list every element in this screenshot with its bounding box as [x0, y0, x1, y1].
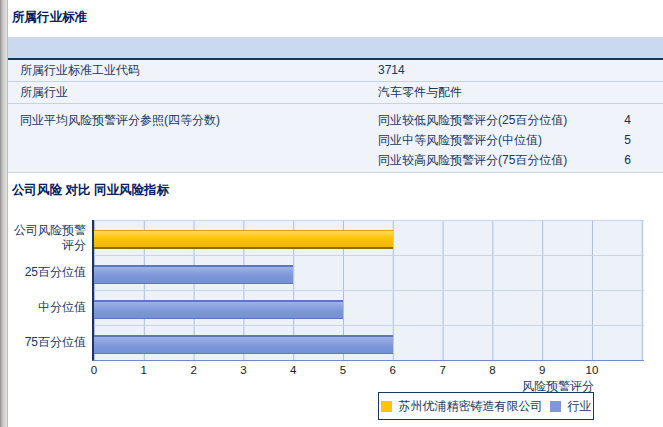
peer-score-item: 同业较低风险预警评分(25百分位值) 4: [378, 110, 631, 130]
row-value: 汽车零件与配件: [378, 82, 663, 103]
table-row-peer-scores: 同业平均风险预警评分参照(四等分数) 同业较低风险预警评分(25百分位值) 4 …: [8, 104, 663, 173]
peer-score-label: 同业中等风险预警评分(中位值): [378, 132, 542, 149]
x-axis-tick-label: 10: [580, 364, 604, 376]
peer-score-value: 6: [624, 153, 631, 167]
bar-chart: 风险预警评分 苏州优浦精密铸造有限公司 行业 公司风险预警评分25百分位值中分位…: [8, 212, 663, 427]
x-axis-tick-label: 8: [480, 364, 504, 376]
table-row: 所属行业 汽车零件与配件: [8, 82, 663, 104]
industry-standards-table: 所属行业标准工业代码 3714 所属行业 汽车零件与配件 同业平均风险预警评分参…: [8, 37, 663, 173]
table-header-band: [8, 37, 663, 60]
report-panel: 所属行业标准 所属行业标准工业代码 3714 所属行业 汽车零件与配件 同业平均…: [8, 0, 663, 197]
row-label: 所属行业: [8, 82, 378, 103]
chart-legend: 苏州优浦精密铸造有限公司 行业: [378, 392, 594, 420]
bar-industry: [94, 335, 393, 354]
x-axis-tick-label: 3: [231, 364, 255, 376]
x-axis-tick-label: 5: [331, 364, 355, 376]
x-axis-tick-label: 2: [182, 364, 206, 376]
peer-score-list: 同业较低风险预警评分(25百分位值) 4 同业中等风险预警评分(中位值) 5 同…: [378, 110, 663, 170]
legend-swatch-company: [381, 401, 392, 412]
y-axis-category-label: 中分位值: [8, 290, 86, 325]
peer-score-value: 5: [624, 133, 631, 147]
legend-swatch-industry: [550, 401, 561, 412]
row-label: 同业平均风险预警评分参照(四等分数): [8, 110, 378, 130]
industry-section-title: 所属行业标准: [8, 0, 663, 24]
x-axis-tick-label: 0: [82, 364, 106, 376]
y-axis-category-label: 75百分位值: [8, 325, 86, 360]
x-axis-tick-label: 6: [381, 364, 405, 376]
row-value: 3714: [378, 60, 663, 81]
x-axis-tick-label: 4: [281, 364, 305, 376]
x-axis-tick-label: 1: [132, 364, 156, 376]
bar-company: [94, 230, 393, 249]
window-left-border: [0, 0, 8, 427]
peer-score-item: 同业较高风险预警评分(75百分位值) 6: [378, 150, 631, 170]
y-axis-category-label: 25百分位值: [8, 255, 86, 290]
x-axis-tick-label: 9: [530, 364, 554, 376]
x-axis-tick-label: 7: [431, 364, 455, 376]
legend-label-company: 苏州优浦精密铸造有限公司: [399, 398, 543, 415]
bar-industry: [94, 265, 293, 284]
table-row: 所属行业标准工业代码 3714: [8, 60, 663, 82]
peer-score-item: 同业中等风险预警评分(中位值) 5: [378, 130, 631, 150]
peer-score-label: 同业较低风险预警评分(25百分位值): [378, 112, 567, 129]
y-axis-category-label: 公司风险预警评分: [8, 220, 86, 255]
chart-section-title: 公司风险 对比 同业风险指标: [8, 173, 663, 197]
legend-label-industry: 行业: [568, 398, 592, 415]
bar-industry: [94, 300, 343, 319]
row-label: 所属行业标准工业代码: [8, 60, 378, 81]
peer-score-value: 4: [624, 113, 631, 127]
peer-score-label: 同业较高风险预警评分(75百分位值): [378, 152, 567, 169]
